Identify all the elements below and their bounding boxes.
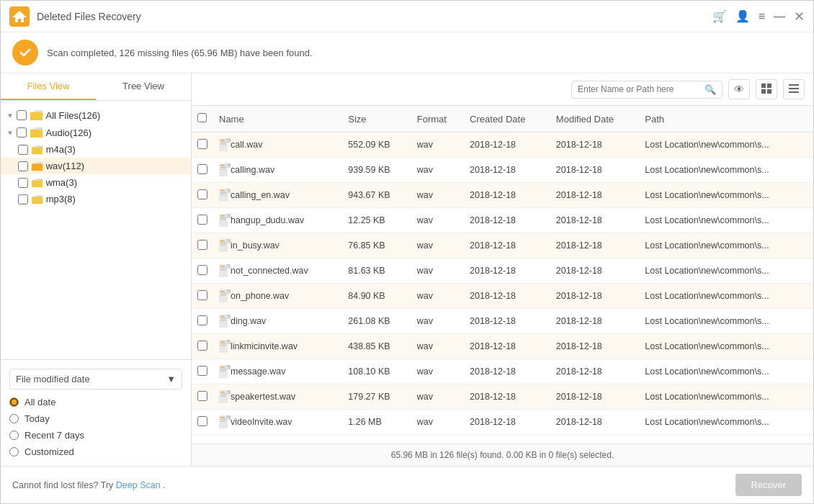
radio-label-customized: Customized <box>24 446 74 457</box>
filter-dropdown[interactable]: File modified date ▼ <box>9 369 182 390</box>
search-input[interactable] <box>578 84 705 94</box>
minimize-button[interactable]: — <box>774 10 785 23</box>
tree-item-mp3[interactable]: mp3(8) <box>1 191 191 207</box>
file-path: Lost Location\new\common\s... <box>639 132 813 158</box>
select-all-checkbox[interactable] <box>197 113 207 122</box>
home-icon[interactable] <box>9 6 30 27</box>
tree-label-audio: Audio(126) <box>46 127 92 138</box>
search-box[interactable]: 🔍 <box>571 81 723 99</box>
deep-scan-link[interactable]: Deep Scan <box>116 480 161 490</box>
tree-item-audio[interactable]: ▼ Audio(126) <box>1 124 191 141</box>
grid-icon <box>761 84 771 96</box>
eye-view-button[interactable]: 👁 <box>728 79 750 99</box>
file-modified: 2018-12-18 <box>550 233 639 258</box>
row-checkbox[interactable] <box>197 240 207 250</box>
bottom-text-prefix: Cannot find lost files? Try <box>12 480 116 490</box>
bottom-text-suffix: . <box>163 480 165 490</box>
file-name: ding.wav <box>231 316 266 326</box>
row-checkbox[interactable] <box>197 315 207 325</box>
svg-rect-26 <box>220 194 226 195</box>
file-size: 943.67 KB <box>342 183 411 208</box>
tree-label-wma: wma(3) <box>46 177 77 188</box>
file-name: speakertest.wav <box>231 392 295 402</box>
svg-rect-44 <box>220 270 226 271</box>
menu-icon[interactable]: ≡ <box>759 10 765 23</box>
row-checkbox[interactable] <box>197 366 207 376</box>
col-path[interactable]: Path <box>639 106 813 132</box>
radio-today[interactable]: Today <box>9 413 182 424</box>
svg-rect-74 <box>220 396 226 397</box>
file-size: 81.63 KB <box>342 258 411 284</box>
folder-icon <box>30 109 43 121</box>
row-checkbox[interactable] <box>197 391 207 401</box>
row-checkbox[interactable] <box>197 189 207 199</box>
checkbox-mp3[interactable] <box>18 194 28 204</box>
cart-icon[interactable]: 🛒 <box>712 9 727 23</box>
sidebar: Files View Tree View ▼ All Files(126) ▼ <box>1 73 192 466</box>
search-icon[interactable]: 🔍 <box>705 84 716 95</box>
file-created: 2018-12-18 <box>464 359 550 384</box>
file-modified: 2018-12-18 <box>550 284 639 309</box>
file-format: wav <box>411 309 464 334</box>
file-name: on_phone.wav <box>231 291 289 301</box>
tab-tree-view[interactable]: Tree View <box>96 73 191 100</box>
checkbox-all-files[interactable] <box>17 110 27 120</box>
col-modified[interactable]: Modified Date <box>550 106 639 132</box>
checkbox-audio[interactable] <box>17 127 27 138</box>
radio-recent-7[interactable]: Recent 7 days <box>9 430 182 441</box>
file-modified: 2018-12-18 <box>550 384 639 410</box>
svg-rect-18 <box>220 165 225 166</box>
checkbox-wav[interactable] <box>18 161 28 171</box>
svg-rect-56 <box>220 320 226 321</box>
tree-item-wma[interactable]: wma(3) <box>1 174 191 191</box>
radio-input-customized[interactable] <box>9 447 19 456</box>
table-row: in_busy.wav 76.85 KB wav 2018-12-18 2018… <box>192 233 813 258</box>
recover-button[interactable]: Recover <box>735 474 802 496</box>
row-checkbox[interactable] <box>197 265 207 275</box>
checkbox-wma[interactable] <box>18 178 28 188</box>
svg-rect-50 <box>220 295 226 296</box>
row-checkbox[interactable] <box>197 164 207 174</box>
list-view-button[interactable] <box>783 79 805 99</box>
user-icon[interactable]: 👤 <box>735 9 750 23</box>
tree-label-wav: wav(112) <box>46 161 84 171</box>
radio-input-all-date[interactable] <box>9 397 19 407</box>
folder-icon-wav <box>32 161 43 171</box>
col-created[interactable]: Created Date <box>464 106 550 132</box>
list-icon <box>789 84 799 95</box>
row-checkbox[interactable] <box>197 290 207 300</box>
radio-input-recent7[interactable] <box>9 431 19 440</box>
svg-rect-25 <box>220 192 226 193</box>
tree-item-m4a[interactable]: m4a(3) <box>1 141 191 158</box>
file-icon <box>219 390 231 403</box>
tree-item-wav[interactable]: wav(112) <box>1 158 191 174</box>
file-created: 2018-12-18 <box>464 132 550 158</box>
svg-rect-20 <box>220 169 226 170</box>
tab-files-view[interactable]: Files View <box>1 73 96 100</box>
radio-input-today[interactable] <box>9 414 19 423</box>
svg-rect-8 <box>789 91 799 93</box>
tree-item-all-files[interactable]: ▼ All Files(126) <box>1 107 191 124</box>
radio-customized[interactable]: Customized <box>9 446 182 457</box>
row-checkbox[interactable] <box>197 341 207 351</box>
svg-rect-36 <box>220 240 225 242</box>
col-name[interactable]: Name <box>213 106 342 132</box>
svg-rect-13 <box>220 142 226 143</box>
file-format: wav <box>411 132 464 158</box>
checkbox-m4a[interactable] <box>18 145 28 155</box>
radio-all-date[interactable]: All date <box>9 397 182 408</box>
file-path: Lost Location\new\common\s... <box>639 359 813 384</box>
col-format[interactable]: Format <box>411 106 464 132</box>
svg-rect-79 <box>220 419 226 420</box>
row-checkbox[interactable] <box>197 215 207 225</box>
file-size: 261.08 KB <box>342 309 411 334</box>
close-button[interactable]: ✕ <box>794 9 805 24</box>
bottom-help-text: Cannot find lost files? Try Deep Scan . <box>12 480 166 490</box>
title-bar: Deleted Files Recovery 🛒 👤 ≡ — ✕ <box>1 1 813 32</box>
row-checkbox[interactable] <box>197 416 207 426</box>
col-checkbox <box>192 106 213 132</box>
row-checkbox[interactable] <box>197 139 207 149</box>
col-size[interactable]: Size <box>342 106 411 132</box>
file-table-container: Name Size Format Created Date Modified D… <box>192 106 813 444</box>
grid-view-button[interactable] <box>756 79 777 99</box>
